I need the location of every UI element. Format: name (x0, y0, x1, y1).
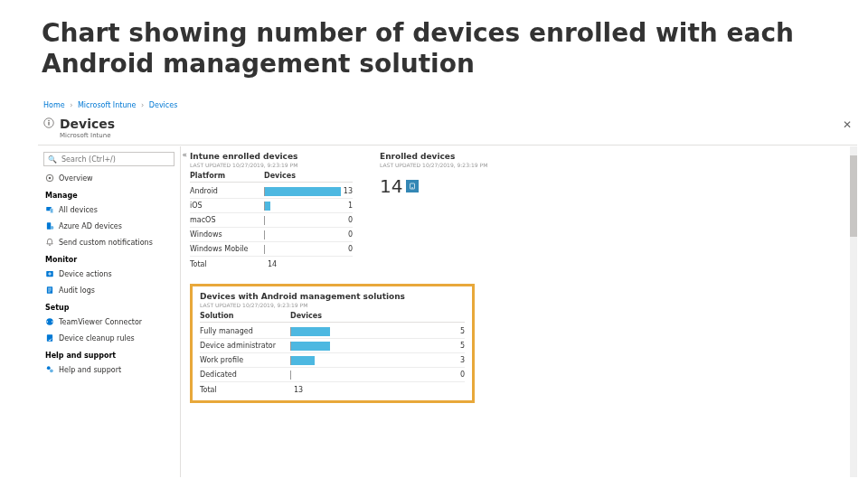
teamviewer-icon (45, 317, 54, 326)
bar-value: 13 (344, 187, 353, 195)
row-label: Dedicated (200, 371, 290, 379)
bar (291, 356, 315, 365)
scrollbar[interactable] (850, 146, 857, 477)
scroll-thumb[interactable] (850, 155, 857, 237)
sidebar-item-label: Device actions (59, 270, 112, 278)
pane-title: Enrolled devices (380, 152, 542, 161)
main-content: Intune enrolled devices LAST UPDATED 10/… (181, 146, 857, 477)
bar-wrap (264, 216, 345, 225)
bar-wrap (264, 245, 345, 254)
col-devices: Devices (264, 172, 353, 180)
sidebar-group-heading: Setup (38, 298, 180, 314)
search-input[interactable] (60, 155, 170, 164)
bar (291, 342, 330, 351)
pane-updated: LAST UPDATED 10/27/2019, 9:23:19 PM (380, 162, 542, 168)
bar-wrap (290, 342, 458, 351)
sidebar-group-heading: Manage (38, 186, 180, 202)
help-icon (45, 365, 54, 374)
audit-icon (45, 286, 54, 295)
close-icon[interactable]: ✕ (843, 118, 852, 131)
table-row: Fully managed5 (200, 324, 465, 339)
sidebar-item-label: Device cleanup rules (59, 334, 135, 343)
sidebar-item-overview[interactable]: Overview (38, 170, 180, 186)
bar-value: 5 (460, 327, 465, 335)
crumb-sep: › (138, 101, 146, 109)
table-row: Device administrator5 (200, 339, 465, 353)
sidebar-item-label: All devices (59, 206, 98, 214)
total-label: Total (200, 386, 290, 394)
col-solution: Solution (200, 312, 290, 320)
table-row: Windows Mobile0 (190, 242, 353, 257)
col-platform: Platform (190, 172, 264, 180)
sidebar-item-device-cleanup-rules[interactable]: Device cleanup rules (38, 330, 180, 346)
bar-wrap (290, 356, 458, 365)
bar-value: 0 (348, 245, 353, 253)
row-label: iOS (190, 202, 264, 210)
sidebar-item-device-actions[interactable]: Device actions (38, 266, 180, 282)
row-label: Windows (190, 230, 264, 239)
table-row: Android13 (190, 184, 353, 199)
sidebar-item-all-devices[interactable]: All devices (38, 202, 180, 218)
sidebar-item-label: Overview (59, 174, 93, 183)
info-icon (43, 115, 54, 132)
svg-rect-7 (47, 222, 51, 230)
svg-point-8 (51, 226, 54, 230)
table-row: macOS0 (190, 213, 353, 228)
sidebar-item-label: Help and support (59, 366, 121, 374)
bar-wrap (290, 327, 458, 336)
table-row: Dedicated0 (200, 368, 465, 382)
svg-point-14 (47, 366, 51, 370)
total-label: Total (190, 260, 264, 268)
bar-wrap (264, 187, 341, 196)
svg-point-15 (50, 369, 53, 372)
crumb-devices[interactable]: Devices (149, 101, 178, 109)
page-title: Devices (60, 117, 115, 131)
bar (265, 202, 270, 211)
bar (265, 187, 341, 196)
bar-value: 0 (348, 216, 353, 224)
highlight-android-solutions: Devices with Android management solution… (190, 284, 475, 403)
sidebar-item-label: Azure AD devices (59, 222, 122, 230)
all-devices-icon (45, 205, 54, 214)
sidebar-item-audit-logs[interactable]: Audit logs (38, 282, 180, 298)
bar-wrap (264, 230, 345, 239)
sidebar-item-teamviewer-connector[interactable]: TeamViewer Connector (38, 314, 180, 330)
pane-title: Intune enrolled devices (190, 152, 353, 161)
sidebar-group-heading: Help and support (38, 346, 180, 361)
action-icon (45, 269, 54, 278)
sidebar-item-azure-ad-devices[interactable]: Azure AD devices (38, 218, 180, 234)
sidebar: « 🔍 Overview ManageAll devicesAzure AD d… (38, 146, 181, 477)
svg-rect-6 (51, 209, 53, 213)
azure-ad-icon (45, 221, 54, 230)
total-value: 14 (264, 260, 353, 268)
search-icon: 🔍 (48, 155, 57, 164)
pane-intune-enrolled: Intune enrolled devices LAST UPDATED 10/… (190, 152, 353, 271)
bar-wrap (264, 202, 345, 211)
sidebar-search[interactable]: 🔍 (43, 152, 175, 166)
bar-wrap (290, 371, 458, 380)
page-subtitle: Microsoft Intune (60, 132, 852, 139)
enrolled-count: 14 (380, 175, 402, 197)
slide-title: Chart showing number of devices enrolled… (0, 0, 868, 83)
crumb-intune[interactable]: Microsoft Intune (78, 101, 137, 109)
cleanup-icon (45, 333, 54, 343)
sidebar-item-label: Audit logs (59, 286, 95, 295)
sidebar-item-send-custom-notifications[interactable]: Send custom notifications (38, 234, 180, 250)
svg-point-4 (49, 177, 52, 180)
bar-value: 1 (348, 202, 353, 210)
bar-value: 0 (460, 371, 465, 379)
table-row: iOS1 (190, 199, 353, 213)
table-row: Windows0 (190, 228, 353, 242)
bar-value: 3 (460, 356, 465, 364)
crumb-home[interactable]: Home (43, 101, 65, 109)
device-tile-icon (406, 180, 419, 192)
breadcrumb: Home › Microsoft Intune › Devices (38, 98, 857, 113)
sidebar-item-help-and-support[interactable]: Help and support (38, 361, 180, 378)
sidebar-item-label: TeamViewer Connector (59, 318, 142, 326)
svg-point-2 (48, 120, 50, 122)
svg-point-9 (49, 244, 51, 246)
table-row: Work profile3 (200, 353, 465, 368)
sidebar-item-label: Send custom notifications (59, 239, 153, 247)
row-label: Fully managed (200, 327, 290, 335)
screenshot-region: Home › Microsoft Intune › Devices Device… (38, 98, 857, 477)
